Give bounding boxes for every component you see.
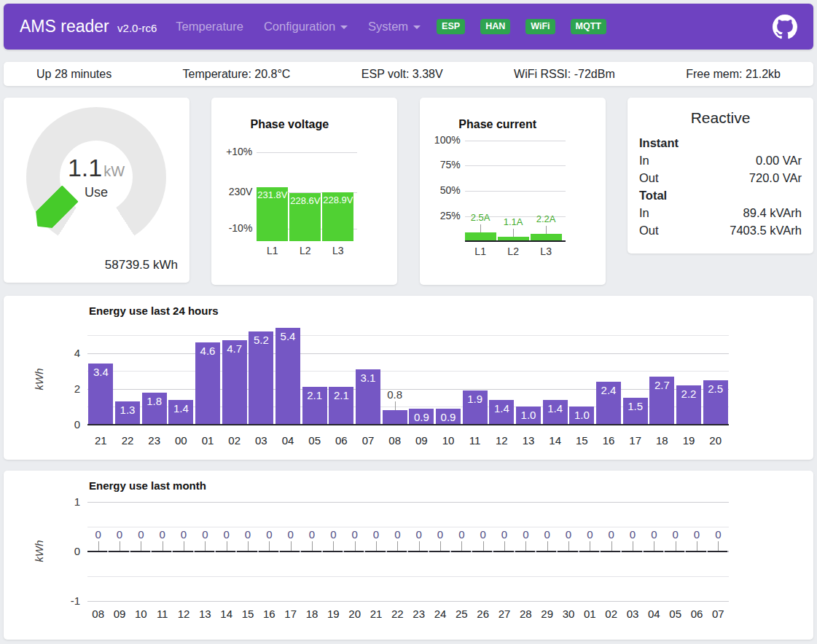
x-axis-tick-label: 17 <box>622 434 649 447</box>
bar-value-label: 0 <box>686 528 707 541</box>
label-connector-line <box>590 541 590 551</box>
bar <box>531 234 562 240</box>
wifi-rssi-text: WiFi RSSI: -72dBm <box>514 68 615 81</box>
x-axis-tick-label: 16 <box>259 608 280 620</box>
x-axis-tick-label: 08 <box>381 434 408 447</box>
x-axis-tick-label: 03 <box>622 608 643 620</box>
han-status-badge: HAN <box>480 19 510 34</box>
y-axis-tick-label: 1 <box>4 495 80 508</box>
x-axis-tick-label: 23 <box>141 434 168 447</box>
nav-item-configuration[interactable]: Configuration <box>264 20 348 34</box>
x-axis-tick-label: 16 <box>595 434 622 447</box>
bar-value-label: 0 <box>536 528 558 541</box>
x-axis-tick-label: 21 <box>87 434 114 447</box>
label-connector-line <box>227 541 227 551</box>
phase-voltage-card: Phase voltage +10%230V-10%231.8VL1228.6V… <box>211 98 397 285</box>
bar-value-label: 0 <box>387 528 408 541</box>
x-axis-tick-label: 05 <box>665 608 686 620</box>
label-connector-line <box>547 541 548 551</box>
label-connector-line <box>718 541 719 551</box>
github-link[interactable] <box>773 15 797 39</box>
bar-value-label: 0 <box>472 528 493 541</box>
nav-item-system[interactable]: System <box>368 20 421 34</box>
gridline <box>87 371 729 372</box>
bar-value-label: 3.1 <box>356 372 380 384</box>
x-axis-tick-label: 18 <box>649 434 676 447</box>
chart-title: Energy use last month <box>89 479 206 492</box>
label-connector-line <box>395 401 396 410</box>
gauge-label: Use <box>85 185 108 200</box>
bar-value-label: 0 <box>195 528 216 541</box>
bar-value-label: 231.8V <box>257 189 288 200</box>
x-axis-tick-label: 05 <box>301 434 328 447</box>
esp-status-badge: ESP <box>437 19 465 34</box>
bar-value-label: 1.8 <box>142 395 167 407</box>
label-connector-line <box>248 541 249 551</box>
bar-value-label: 0 <box>622 528 643 541</box>
x-axis-tick-label: 12 <box>173 608 194 620</box>
bar-value-label: 0 <box>259 528 280 541</box>
x-axis-tick-label: 09 <box>109 608 130 620</box>
label-connector-line <box>633 541 633 551</box>
app-title: AMS reader <box>20 17 109 36</box>
row-value: 7403.5 kVArh <box>730 221 802 239</box>
label-connector-line <box>676 541 676 551</box>
reactive-row: In 89.4 kVArh <box>639 204 802 221</box>
y-axis-tick-label: -1 <box>4 594 80 607</box>
nav-item-label: System <box>368 20 408 33</box>
section-heading: Instant <box>639 134 679 152</box>
bar-value-label: 0 <box>280 528 301 541</box>
row-label: Out <box>639 169 659 186</box>
x-axis-tick-label: 04 <box>275 434 302 447</box>
gauge-value: 1.1 <box>68 154 102 181</box>
bar-value-label: 1.4 <box>543 402 568 415</box>
bar-value-label: 0 <box>408 528 429 541</box>
label-connector-line <box>163 541 163 551</box>
reactive-row: Out 720.0 VAr <box>639 169 802 186</box>
gridline <box>257 152 357 153</box>
x-axis-tick-label: L1 <box>257 245 288 256</box>
bar-value-label: 0 <box>216 528 237 541</box>
bar-value-label: 4.6 <box>195 345 220 357</box>
row-label: Out <box>639 221 659 239</box>
chart-title: Phase voltage <box>211 118 367 131</box>
gridline <box>87 527 729 527</box>
bar-value-label: 0 <box>558 528 579 541</box>
app-brand[interactable]: AMS reader v2.0-rc6 <box>20 17 157 36</box>
x-axis-tick-label: L1 <box>465 246 496 257</box>
x-axis-tick-label: 14 <box>216 608 237 620</box>
x-axis-tick-label: 13 <box>195 608 216 620</box>
bar-value-label: 0 <box>130 528 152 541</box>
x-axis-tick-label: 30 <box>558 608 579 620</box>
bar-value-label: 1.0 <box>569 409 594 421</box>
x-axis-tick-label: L3 <box>531 246 562 257</box>
bar-value-label: 1.5 <box>623 400 648 412</box>
total-energy-value: 58739.5 kWh <box>105 258 178 272</box>
y-axis-tick-label: 25% <box>420 210 461 221</box>
bar-value-label: 0.8 <box>377 388 413 401</box>
bar-value-label: 2.7 <box>649 379 674 391</box>
bar-value-label: 2.2 <box>676 388 701 400</box>
x-axis-tick-label: 04 <box>644 608 665 620</box>
label-connector-line <box>568 541 569 551</box>
chart-title: Phase current <box>420 118 576 131</box>
app-version: v2.0-rc6 <box>117 22 157 34</box>
y-axis-tick-label: 100% <box>420 134 461 146</box>
chevron-down-icon <box>413 25 421 29</box>
bar-value-label: 3.4 <box>88 366 113 378</box>
label-connector-line <box>291 541 292 551</box>
bar-value-label: 1.4 <box>168 402 193 415</box>
chevron-down-icon <box>340 25 348 29</box>
energy-24h-card: Energy use last 24 hours 024kWh3.4211.32… <box>4 296 813 460</box>
x-axis-tick-label: 15 <box>237 608 258 620</box>
reactive-row: Out 7403.5 kVArh <box>639 221 802 239</box>
x-axis-tick-label: 23 <box>408 608 429 620</box>
bar-value-label: 2.2A <box>525 213 568 224</box>
label-connector-line <box>483 541 484 551</box>
nav-item-temperature[interactable]: Temperature <box>176 20 243 34</box>
bar-value-label: 0 <box>344 528 365 541</box>
x-axis-tick-label: 02 <box>221 434 248 447</box>
power-gauge-center: 1.1kW Use <box>26 107 166 247</box>
wifi-status-badge: WiFi <box>525 19 555 34</box>
bar-value-label: 0 <box>365 528 386 541</box>
